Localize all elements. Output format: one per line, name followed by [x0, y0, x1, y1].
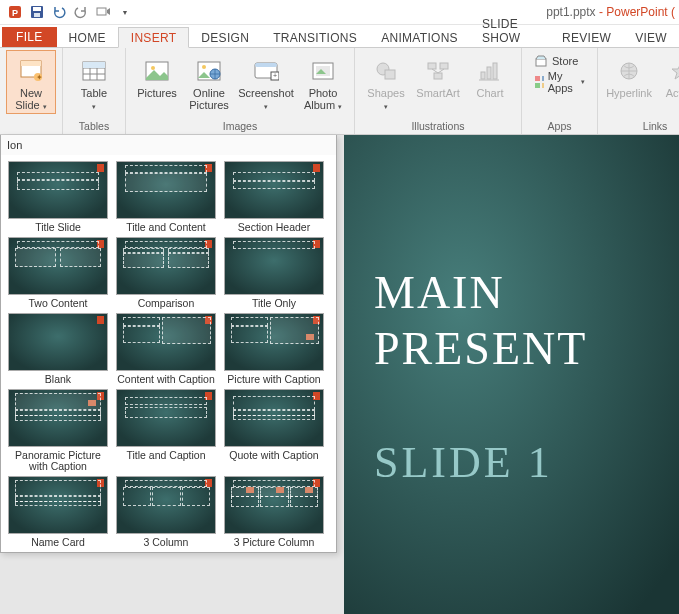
- photo-album-button[interactable]: Photo Album ▾: [298, 50, 348, 114]
- tab-home[interactable]: HOME: [57, 28, 118, 47]
- action-button[interactable]: Action: [656, 50, 679, 100]
- chart-button[interactable]: Chart: [465, 50, 515, 100]
- smartart-label: SmartArt: [416, 87, 459, 99]
- layout-label: Title Only: [252, 298, 296, 309]
- layout-label: Panoramic Picture with Caption: [8, 450, 108, 472]
- table-button[interactable]: Table▾: [69, 50, 119, 114]
- tab-design[interactable]: DESIGN: [189, 28, 261, 47]
- group-label-slides: [6, 132, 56, 134]
- tab-view[interactable]: VIEW: [623, 28, 679, 47]
- layout-quote-caption[interactable]: Quote with Caption: [221, 389, 327, 472]
- screenshot-label: Screenshot▾: [238, 87, 294, 113]
- online-pictures-label: Online Pictures: [189, 87, 229, 111]
- svg-rect-31: [434, 73, 442, 79]
- chart-icon: [477, 55, 503, 87]
- ribbon-tabs: FILE HOME INSERT DESIGN TRANSITIONS ANIM…: [0, 25, 679, 47]
- ribbon-group-images: Pictures Online Pictures + Screenshot▾ P…: [126, 48, 355, 134]
- svg-point-17: [151, 66, 155, 70]
- group-label-apps: Apps: [528, 120, 591, 134]
- qat-dropdown-icon[interactable]: ▼: [114, 1, 136, 23]
- layout-3-picture-column[interactable]: 3 Picture Column: [221, 476, 327, 548]
- layout-label: 3 Picture Column: [234, 537, 315, 548]
- hyperlink-button[interactable]: Hyperlink: [604, 50, 654, 100]
- layout-name-card[interactable]: Name Card: [5, 476, 111, 548]
- online-pictures-icon: [196, 55, 222, 87]
- my-apps-button[interactable]: My Apps ▾: [534, 70, 585, 94]
- layout-title-content[interactable]: Title and Content: [113, 161, 219, 233]
- tab-animations[interactable]: ANIMATIONS: [369, 28, 470, 47]
- app-icon[interactable]: P: [4, 1, 26, 23]
- start-from-beginning-icon[interactable]: [92, 1, 114, 23]
- svg-rect-7: [21, 61, 41, 66]
- new-slide-icon: ✦: [18, 55, 44, 87]
- layout-content-caption[interactable]: Content with Caption: [113, 313, 219, 385]
- shapes-label: Shapes▾: [367, 87, 404, 113]
- screenshot-button[interactable]: + Screenshot▾: [236, 50, 296, 114]
- tab-transitions[interactable]: TRANSITIONS: [261, 28, 369, 47]
- svg-rect-22: [255, 63, 277, 67]
- svg-rect-15: [83, 62, 105, 68]
- layout-label: Section Header: [238, 222, 310, 233]
- layout-title-slide[interactable]: Title Slide: [5, 161, 111, 233]
- shapes-button[interactable]: Shapes▾: [361, 50, 411, 114]
- group-label-links: Links: [604, 120, 679, 134]
- undo-icon[interactable]: [48, 1, 70, 23]
- photo-album-icon: [310, 55, 336, 87]
- group-label-tables: Tables: [69, 120, 119, 134]
- layout-gallery: Ion Title SlideTitle and ContentSection …: [0, 135, 337, 553]
- slide-subtitle: SLIDE 1: [374, 437, 679, 488]
- save-icon[interactable]: [26, 1, 48, 23]
- layout-section-header[interactable]: Section Header: [221, 161, 327, 233]
- layout-label: Name Card: [31, 537, 85, 548]
- layout-comparison[interactable]: Comparison: [113, 237, 219, 309]
- store-button[interactable]: Store: [534, 54, 585, 68]
- layout-thumb: [116, 237, 216, 295]
- ribbon-group-apps: Store My Apps ▾ Apps: [522, 48, 598, 134]
- store-icon: [534, 54, 548, 68]
- table-icon: [81, 55, 107, 87]
- layout-thumb: [116, 476, 216, 534]
- layout-label: Blank: [45, 374, 71, 385]
- svg-rect-32: [481, 72, 485, 79]
- tab-file[interactable]: FILE: [2, 27, 57, 47]
- layout-label: Title Slide: [35, 222, 81, 233]
- layout-panoramic[interactable]: Panoramic Picture with Caption: [5, 389, 111, 472]
- my-apps-icon: [534, 75, 544, 89]
- slide-title-line2: PRESENT: [374, 321, 679, 377]
- svg-rect-29: [428, 63, 436, 69]
- tab-slideshow[interactable]: SLIDE SHOW: [470, 14, 550, 47]
- layout-thumb: [224, 237, 324, 295]
- layout-label: Picture with Caption: [227, 374, 320, 385]
- ribbon: ✦ New Slide ▾ Table▾ Tables Pictures Onl…: [0, 47, 679, 135]
- layout-thumb: [224, 161, 324, 219]
- pictures-label: Pictures: [137, 87, 177, 99]
- chart-label: Chart: [477, 87, 504, 99]
- svg-rect-4: [34, 13, 40, 17]
- layout-3-column[interactable]: 3 Column: [113, 476, 219, 548]
- svg-rect-38: [542, 76, 544, 81]
- smartart-button[interactable]: SmartArt: [413, 50, 463, 100]
- pictures-button[interactable]: Pictures: [132, 50, 182, 100]
- layout-thumb: [8, 313, 108, 371]
- svg-text:P: P: [12, 8, 18, 18]
- action-icon: [668, 55, 679, 87]
- layout-picture-caption[interactable]: Picture with Caption: [221, 313, 327, 385]
- layout-two-content[interactable]: Two Content: [5, 237, 111, 309]
- tab-insert[interactable]: INSERT: [118, 27, 190, 48]
- svg-point-19: [202, 65, 206, 69]
- layout-blank[interactable]: Blank: [5, 313, 111, 385]
- content-area: Ion Title SlideTitle and ContentSection …: [0, 135, 679, 614]
- new-slide-button[interactable]: ✦ New Slide ▾: [6, 50, 56, 114]
- redo-icon[interactable]: [70, 1, 92, 23]
- ribbon-group-illustrations: Shapes▾ SmartArt Chart Illustrations: [355, 48, 522, 134]
- ribbon-group-links: Hyperlink Action Links: [598, 48, 679, 134]
- online-pictures-button[interactable]: Online Pictures: [184, 50, 234, 112]
- group-label-images: Images: [132, 120, 348, 134]
- svg-rect-36: [536, 59, 546, 66]
- hyperlink-label: Hyperlink: [606, 87, 652, 99]
- layout-title-caption[interactable]: Title and Caption: [113, 389, 219, 472]
- tab-review[interactable]: REVIEW: [550, 28, 623, 47]
- layout-title-only[interactable]: Title Only: [221, 237, 327, 309]
- svg-rect-5: [97, 8, 106, 15]
- slide-canvas[interactable]: MAIN PRESENT SLIDE 1: [344, 135, 679, 614]
